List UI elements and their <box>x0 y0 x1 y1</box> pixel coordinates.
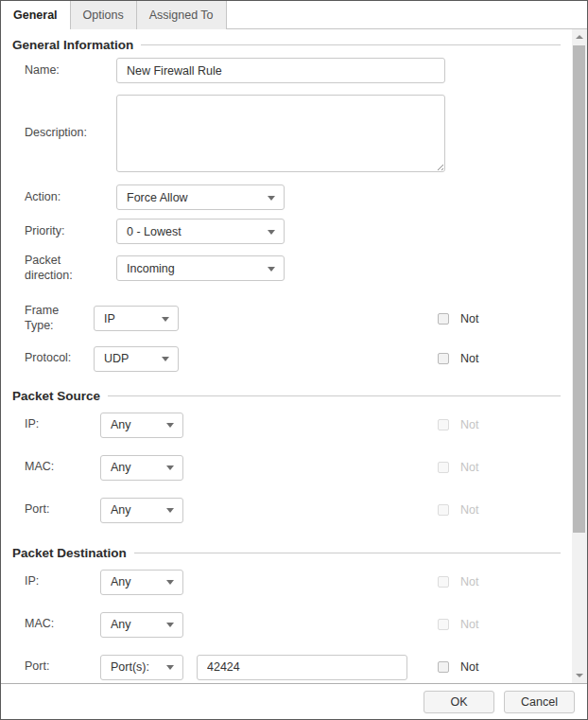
chevron-down-icon <box>162 317 169 322</box>
description-row: Description: <box>1 95 572 172</box>
action-row: Action: Force Allow <box>1 184 572 210</box>
destination-mac-select[interactable]: Any <box>100 612 183 638</box>
chevron-down-icon <box>268 196 275 201</box>
destination-port-type-select[interactable]: Port(s): <box>100 655 183 680</box>
vertical-scrollbar[interactable] <box>572 29 587 683</box>
source-mac-select-value: Any <box>111 461 131 474</box>
chevron-down-icon <box>166 423 174 428</box>
protocol-select-value: UDP <box>104 352 129 365</box>
protocol-not-label: Not <box>460 352 478 365</box>
destination-ip-select-value: Any <box>111 575 131 588</box>
destination-mac-select-value: Any <box>111 618 131 631</box>
destination-mac-not-checkbox <box>438 619 449 630</box>
frame-type-not-group: Not <box>438 312 478 325</box>
destination-ip-not-label: Not <box>460 575 478 588</box>
description-label: Description: <box>25 126 116 141</box>
source-port-not-group: Not <box>438 503 478 517</box>
chevron-down-icon <box>166 508 174 513</box>
source-port-not-checkbox <box>438 504 449 516</box>
protocol-row: Protocol: UDP Not <box>1 346 572 372</box>
destination-port-not-label: Not <box>460 660 478 674</box>
destination-mac-not-group: Not <box>438 618 478 631</box>
section-heading-packet-source: Packet Source <box>12 372 561 413</box>
source-mac-row: MAC: Any Not <box>1 455 572 481</box>
action-label: Action: <box>25 190 116 205</box>
source-mac-not-group: Not <box>438 461 478 474</box>
priority-select-value: 0 - Lowest <box>127 225 182 238</box>
scroll-up-button[interactable] <box>572 29 587 44</box>
destination-port-not-checkbox[interactable] <box>438 661 449 673</box>
chevron-down-icon <box>162 357 169 361</box>
chevron-down-icon <box>166 665 174 670</box>
destination-ip-not-checkbox <box>438 576 449 588</box>
destination-mac-row: MAC: Any Not <box>1 612 572 638</box>
frame-type-select[interactable]: IP <box>94 306 179 331</box>
source-ip-not-checkbox <box>438 419 449 430</box>
description-textarea-wrap <box>116 95 445 172</box>
destination-port-not-group: Not <box>438 660 478 674</box>
frame-type-label: Frame Type: <box>25 304 94 333</box>
frame-type-select-value: IP <box>104 312 115 325</box>
priority-select[interactable]: 0 - Lowest <box>116 219 285 244</box>
section-divider <box>134 553 561 553</box>
destination-port-input[interactable] <box>197 655 407 680</box>
source-ip-not-group: Not <box>438 418 478 431</box>
scroll-up-arrow-icon <box>576 35 583 39</box>
name-input[interactable] <box>116 58 445 83</box>
priority-row: Priority: 0 - Lowest <box>1 219 572 244</box>
destination-ip-not-group: Not <box>438 575 478 588</box>
name-row: Name: <box>1 58 572 83</box>
source-mac-label: MAC: <box>25 460 100 475</box>
action-select-value: Force Allow <box>127 191 188 204</box>
destination-ip-row: IP: Any Not <box>1 570 572 595</box>
scroll-down-button[interactable] <box>572 668 587 683</box>
destination-port-type-select-value: Port(s): <box>111 660 149 674</box>
section-heading-text: Packet Destination <box>12 546 127 560</box>
cancel-button[interactable]: Cancel <box>504 691 575 713</box>
priority-label: Priority: <box>25 224 116 239</box>
dialog-footer: OK Cancel <box>1 683 587 719</box>
protocol-not-group: Not <box>438 352 478 365</box>
section-heading-general-information: General Information <box>12 29 561 58</box>
tab-options-label: Options <box>83 9 124 22</box>
protocol-not-checkbox[interactable] <box>438 353 449 364</box>
destination-mac-label: MAC: <box>25 617 100 632</box>
section-divider <box>108 395 561 396</box>
source-port-select-value: Any <box>111 503 131 517</box>
firewall-rule-dialog: General Options Assigned To General Info… <box>0 0 588 720</box>
tab-bar: General Options Assigned To <box>1 1 587 29</box>
source-mac-not-checkbox <box>438 462 449 473</box>
source-mac-select[interactable]: Any <box>100 455 183 481</box>
section-heading-text: General Information <box>12 38 133 52</box>
chevron-down-icon <box>166 580 174 585</box>
scrollbar-thumb[interactable] <box>573 45 585 533</box>
destination-ip-label: IP: <box>25 574 100 589</box>
destination-port-label: Port: <box>25 659 100 675</box>
chevron-down-icon <box>268 230 275 235</box>
ok-button[interactable]: OK <box>424 691 494 713</box>
source-ip-select[interactable]: Any <box>100 413 183 438</box>
tab-general-label: General <box>13 9 58 22</box>
destination-mac-not-label: Not <box>460 618 478 631</box>
chevron-down-icon <box>268 267 275 272</box>
action-select[interactable]: Force Allow <box>116 184 285 210</box>
tab-general[interactable]: General <box>1 1 71 29</box>
frame-type-row: Frame Type: IP Not <box>1 304 572 333</box>
source-ip-select-value: Any <box>111 418 131 431</box>
source-port-not-label: Not <box>460 503 478 517</box>
destination-port-row: Port: Port(s): Not <box>1 655 572 680</box>
tab-content-general: General Information Name: Description: A… <box>1 29 587 683</box>
source-port-label: Port: <box>25 502 100 518</box>
chevron-down-icon <box>166 623 174 627</box>
source-port-select[interactable]: Any <box>100 498 183 523</box>
destination-ip-select[interactable]: Any <box>100 570 183 595</box>
packet-direction-select[interactable]: Incoming <box>116 255 285 281</box>
protocol-select[interactable]: UDP <box>94 346 179 372</box>
description-textarea[interactable] <box>116 95 445 172</box>
section-heading-packet-destination: Packet Destination <box>12 523 561 570</box>
frame-type-not-checkbox[interactable] <box>438 313 449 325</box>
section-heading-text: Packet Source <box>12 389 100 403</box>
protocol-label: Protocol: <box>25 351 94 366</box>
tab-options[interactable]: Options <box>71 1 137 29</box>
tab-assigned-to[interactable]: Assigned To <box>137 1 227 29</box>
